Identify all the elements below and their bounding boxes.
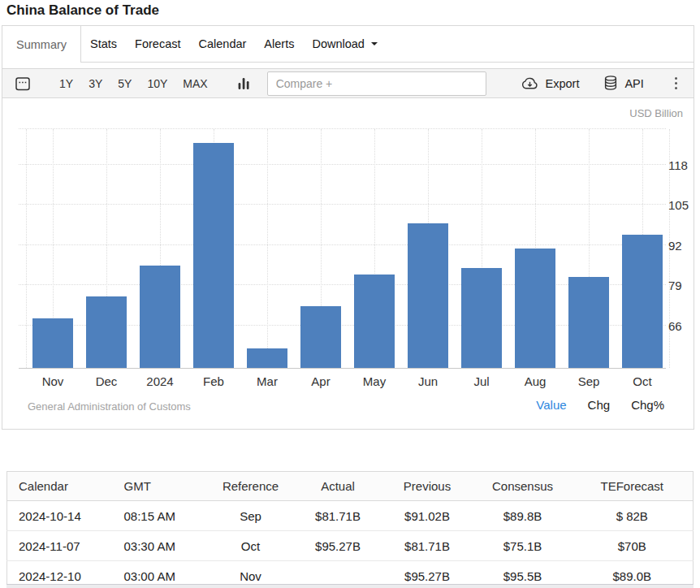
- bar-slot: [508, 129, 562, 368]
- table-cell: $75.1B: [474, 531, 572, 561]
- tab-summary[interactable]: Summary: [2, 26, 81, 63]
- table-row[interactable]: 2024-10-1408:15 AMSep$81.71B$91.02B$89.8…: [7, 501, 694, 531]
- chart-type-button[interactable]: [238, 77, 249, 90]
- series-mode-links: Value Chg Chg%: [536, 398, 664, 412]
- y-axis-label: 92: [668, 239, 682, 253]
- table-cell: $81.71B: [381, 531, 474, 561]
- x-axis-label: Apr: [294, 374, 348, 388]
- table-cell: $70B: [572, 531, 694, 561]
- bar-slot: [26, 129, 80, 368]
- tab-alerts-label: Alerts: [264, 37, 294, 50]
- bar-slot: [187, 129, 240, 368]
- bar-slot: [562, 129, 616, 368]
- x-axis-label: Nov: [26, 374, 80, 388]
- table-cell: $89.8B: [474, 501, 572, 531]
- bar-chart-icon: [238, 77, 249, 90]
- mode-link-chgpct[interactable]: Chg%: [631, 398, 664, 412]
- chevron-down-icon: [371, 42, 378, 45]
- kebab-icon: [675, 77, 677, 80]
- x-axis-label: Feb: [187, 374, 240, 388]
- tab-calendar[interactable]: Calendar: [190, 26, 256, 62]
- tab-forecast[interactable]: Forecast: [126, 26, 189, 62]
- api-button[interactable]: API: [603, 76, 643, 91]
- col-header-consensus: Consensus: [474, 472, 572, 501]
- export-label: Export: [546, 77, 580, 90]
- source-attribution: General Administration of Customs: [28, 400, 191, 413]
- x-axis-label: Oct: [616, 374, 669, 388]
- mode-link-value[interactable]: Value: [536, 398, 566, 412]
- bar-Aug: [515, 249, 555, 369]
- range-button-5y[interactable]: 5Y: [118, 77, 132, 90]
- x-axis-label: Mar: [240, 374, 294, 388]
- bar-slot: [133, 129, 187, 368]
- tab-stats-label: Stats: [90, 37, 117, 50]
- y-axis-label: 79: [668, 279, 682, 292]
- y-axis-unit-label: USD Billion: [629, 107, 683, 119]
- cloud-download-icon: [521, 77, 539, 90]
- tab-bar: Summary Stats Forecast Calendar Alerts D…: [2, 26, 694, 63]
- table-cell: 08:15 AM: [113, 501, 206, 531]
- mode-link-chg[interactable]: Chg: [588, 398, 611, 412]
- x-axis-label: Jul: [455, 374, 508, 388]
- bar-Nov: [32, 318, 73, 368]
- calendar-icon: [15, 76, 30, 91]
- range-button-10y[interactable]: 10Y: [147, 77, 167, 90]
- bar-slot: [348, 129, 401, 368]
- col-header-gmt: GMT: [113, 472, 206, 501]
- bar-slot: [401, 129, 455, 368]
- bar-May: [354, 275, 395, 369]
- col-header-previous: Previous: [381, 472, 474, 501]
- bar-slot: [616, 129, 669, 368]
- x-axis-label: Sep: [562, 374, 616, 388]
- bar-Oct: [622, 235, 663, 368]
- page-title: China Balance of Trade: [6, 2, 159, 19]
- plot-area: [19, 129, 666, 369]
- tab-alerts[interactable]: Alerts: [255, 26, 303, 62]
- range-button-max[interactable]: MAX: [183, 77, 207, 90]
- y-axis-label: 66: [668, 319, 682, 333]
- table-header-row: Calendar GMT Reference Actual Previous C…: [7, 472, 694, 501]
- indicator-card: Summary Stats Forecast Calendar Alerts D…: [2, 25, 694, 430]
- table-cell: Oct: [206, 531, 296, 561]
- calendar-table-body: 2024-10-1408:15 AMSep$81.71B$91.02B$89.8…: [7, 501, 694, 588]
- date-range-button[interactable]: [15, 76, 30, 91]
- table-row[interactable]: 2024-11-0703:30 AMOct$95.27B$81.71B$75.1…: [7, 531, 694, 561]
- export-button[interactable]: Export: [521, 77, 580, 90]
- bar-Jul: [461, 268, 502, 368]
- bar-Sep: [568, 277, 609, 368]
- table-cell: 2024-10-14: [7, 501, 113, 531]
- tab-download[interactable]: Download: [303, 26, 387, 62]
- bar-Apr: [300, 306, 341, 368]
- calendar-table: Calendar GMT Reference Actual Previous C…: [6, 471, 694, 588]
- database-icon: [603, 76, 618, 91]
- y-axis-label: 118: [668, 158, 688, 172]
- tab-stats[interactable]: Stats: [81, 26, 126, 62]
- bar-slot: [294, 129, 348, 368]
- api-label: API: [624, 77, 643, 90]
- bar-Mar: [247, 348, 287, 368]
- x-axis-label: Dec: [80, 374, 133, 388]
- compare-input[interactable]: [267, 71, 486, 96]
- bar-slot: [80, 129, 133, 368]
- col-header-calendar: Calendar: [7, 472, 113, 501]
- y-axis-label: 105: [668, 198, 689, 212]
- chart-area: USD Billion 667992105118 NovDec2024FebMa…: [2, 98, 694, 430]
- tab-calendar-label: Calendar: [199, 37, 247, 50]
- col-header-teforecast: TEForecast: [572, 472, 694, 501]
- table-cell: $91.02B: [381, 501, 474, 531]
- table-cell: $ 82B: [572, 501, 694, 531]
- v-gridline: [267, 129, 268, 368]
- table-cell: 2024-11-07: [7, 531, 113, 561]
- range-button-1y[interactable]: 1Y: [59, 77, 73, 90]
- range-button-3y[interactable]: 3Y: [89, 77, 102, 90]
- bar-Jun: [408, 223, 448, 368]
- tab-forecast-label: Forecast: [135, 37, 180, 50]
- toolbar-right-group: Export API: [521, 76, 681, 91]
- more-options-button[interactable]: [672, 76, 681, 91]
- table-cell: 03:30 AM: [113, 531, 206, 561]
- col-header-reference: Reference: [206, 472, 296, 501]
- tab-summary-label: Summary: [16, 38, 67, 51]
- x-axis-labels: NovDec2024FebMarAprMayJunJulAugSepOct: [26, 374, 669, 388]
- col-header-actual: Actual: [296, 472, 381, 501]
- chart-toolbar: 1Y 3Y 5Y 10Y MAX Export: [2, 68, 694, 98]
